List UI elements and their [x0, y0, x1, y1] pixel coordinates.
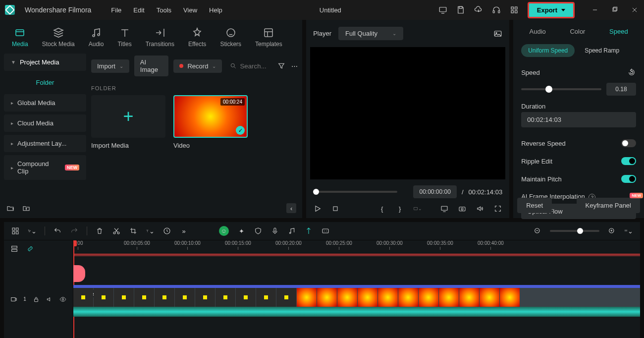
- menu-file[interactable]: File: [111, 6, 121, 14]
- snapshot-icon[interactable]: [493, 29, 502, 38]
- play-button[interactable]: [313, 204, 322, 213]
- track-layers-icon[interactable]: [10, 244, 19, 253]
- select-tool-icon[interactable]: ⌄: [28, 226, 37, 235]
- sidebar-cloud-media[interactable]: ▸Cloud Media: [4, 114, 86, 132]
- video-track-header[interactable]: 1: [4, 257, 73, 338]
- marker-icon[interactable]: [304, 226, 313, 235]
- maximize-button[interactable]: [610, 5, 619, 14]
- speed-icon[interactable]: [162, 226, 171, 235]
- menu-edit[interactable]: Edit: [133, 6, 144, 14]
- smiley-icon[interactable]: ☺: [219, 226, 229, 236]
- zoom-out-button[interactable]: [533, 226, 542, 235]
- fullscreen-icon[interactable]: [493, 204, 502, 213]
- record-button[interactable]: Record⌄: [173, 59, 222, 73]
- mark-out-icon[interactable]: }: [395, 204, 404, 213]
- tab-media[interactable]: Media: [12, 27, 28, 48]
- sidebar-project-media[interactable]: ▼Project Media: [4, 54, 86, 71]
- track-mute-icon[interactable]: [46, 295, 53, 304]
- mark-in-icon[interactable]: {: [377, 204, 386, 213]
- tab-transitions[interactable]: Transitions: [146, 27, 174, 48]
- timeline-ruler[interactable]: 0:0000:00:05:0000:00:10:0000:00:15:0000:…: [73, 240, 640, 254]
- timeline-tracks[interactable]: 0:0000:00:05:0000:00:10:0000:00:15:0000:…: [73, 240, 640, 338]
- volume-icon[interactable]: [476, 204, 484, 213]
- music-note-icon[interactable]: [287, 226, 296, 235]
- ripple-edit-toggle[interactable]: [621, 157, 636, 165]
- tab-stock-media[interactable]: Stock Media: [42, 27, 75, 48]
- folder-out-icon[interactable]: [22, 204, 31, 213]
- keyframe-panel-button[interactable]: Keyframe Panel: [577, 198, 641, 213]
- search-box[interactable]: [227, 59, 272, 73]
- track-visibility-icon[interactable]: [59, 295, 67, 304]
- video-tile[interactable]: 00:00:24 ✓ Video: [173, 95, 248, 153]
- subtab-speed-ramp[interactable]: Speed Ramp: [578, 44, 626, 57]
- cut-button[interactable]: [112, 226, 121, 235]
- export-button[interactable]: Export: [528, 2, 575, 18]
- display-icon[interactable]: [440, 204, 449, 213]
- maintain-pitch-toggle[interactable]: [621, 175, 636, 183]
- menu-help[interactable]: Help: [209, 6, 222, 14]
- reset-button[interactable]: Reset: [517, 198, 552, 213]
- speed-value[interactable]: 0.18: [606, 83, 636, 96]
- sidebar-global-media[interactable]: ▸Global Media: [4, 94, 86, 112]
- link-icon[interactable]: [26, 244, 35, 253]
- minimize-button[interactable]: [590, 5, 599, 14]
- camera-icon[interactable]: [458, 204, 467, 213]
- zoom-thumb[interactable]: [577, 228, 583, 234]
- crop-button[interactable]: [129, 226, 138, 235]
- more-tools-icon[interactable]: »: [179, 226, 188, 235]
- reset-speed-icon[interactable]: [627, 68, 636, 77]
- undo-button[interactable]: [53, 226, 62, 235]
- scrub-slider[interactable]: [313, 191, 397, 193]
- quality-select[interactable]: Full Quality⌄: [338, 27, 403, 40]
- close-button[interactable]: [630, 5, 639, 14]
- new-folder-icon[interactable]: [6, 204, 15, 213]
- preview-viewport[interactable]: [310, 47, 505, 179]
- delete-button[interactable]: [95, 226, 104, 235]
- tab-titles[interactable]: Titles: [117, 27, 131, 48]
- tab-speed-props[interactable]: Speed: [605, 26, 632, 37]
- sparkle-icon[interactable]: ✦: [237, 226, 246, 235]
- speed-slider[interactable]: [521, 88, 601, 90]
- menu-tools[interactable]: Tools: [157, 6, 171, 14]
- filter-icon[interactable]: [277, 61, 285, 70]
- timeline-settings-icon[interactable]: ⌄: [624, 226, 633, 235]
- ratio-icon[interactable]: ⌄: [413, 204, 422, 213]
- import-button[interactable]: Import⌄: [91, 59, 129, 73]
- tab-stickers[interactable]: Stickers: [220, 27, 241, 48]
- track-lock-icon[interactable]: [32, 295, 40, 304]
- shield-icon[interactable]: [254, 226, 263, 235]
- save-icon[interactable]: [456, 5, 465, 14]
- video-clip[interactable]: ▸Video: [73, 285, 640, 307]
- reverse-speed-toggle[interactable]: [621, 139, 636, 147]
- duration-value[interactable]: 00:02:14:03: [521, 112, 636, 127]
- caption-icon[interactable]: [321, 226, 330, 235]
- layout-icon[interactable]: [11, 226, 20, 235]
- audio-marker[interactable]: [73, 265, 85, 282]
- redo-button[interactable]: [70, 226, 79, 235]
- tab-audio[interactable]: Audio: [89, 27, 104, 48]
- more-icon[interactable]: ⋯: [290, 61, 298, 70]
- menu-view[interactable]: View: [183, 6, 197, 14]
- slider-thumb[interactable]: [545, 86, 552, 93]
- scrub-thumb[interactable]: [313, 189, 319, 195]
- mic-icon[interactable]: [270, 226, 279, 235]
- audio-waveform[interactable]: [73, 307, 640, 317]
- screen-icon[interactable]: [438, 5, 447, 14]
- subtab-uniform-speed[interactable]: Uniform Speed: [521, 44, 575, 57]
- grid-icon[interactable]: [510, 5, 519, 14]
- tab-audio-props[interactable]: Audio: [526, 26, 550, 37]
- sidebar-adjustment-layer[interactable]: ▸Adjustment Lay...: [4, 135, 86, 152]
- tab-color-props[interactable]: Color: [566, 26, 589, 37]
- import-media-tile[interactable]: + Import Media: [91, 95, 165, 153]
- cloud-icon[interactable]: [474, 5, 483, 14]
- sidebar-folder[interactable]: Folder: [4, 74, 86, 91]
- ai-image-button[interactable]: AI Image: [134, 56, 169, 76]
- text-button[interactable]: ⌄: [146, 226, 155, 235]
- headphones-icon[interactable]: [492, 5, 501, 14]
- search-input[interactable]: [240, 62, 269, 70]
- zoom-slider[interactable]: [550, 230, 599, 232]
- collapse-sidebar-button[interactable]: ‹: [286, 203, 296, 213]
- sidebar-compound-clip[interactable]: ▸Compound ClipNEW: [4, 155, 86, 180]
- stop-button[interactable]: [331, 204, 340, 213]
- zoom-in-button[interactable]: [607, 226, 616, 235]
